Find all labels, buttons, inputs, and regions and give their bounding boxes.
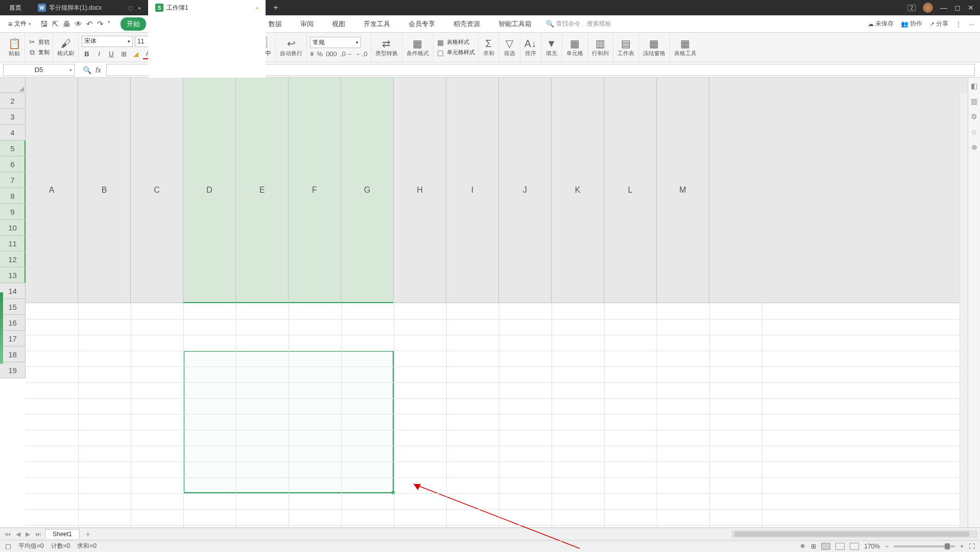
- output-icon[interactable]: ⇱: [52, 19, 59, 29]
- view-page-button[interactable]: [835, 543, 845, 550]
- border-button[interactable]: ⊞: [118, 49, 129, 59]
- eye-icon[interactable]: 👁: [800, 543, 806, 550]
- row-head-16[interactable]: 16: [0, 315, 25, 331]
- table-tools-button[interactable]: ▦表格工具: [670, 33, 701, 62]
- sheet-nav-last[interactable]: ⏭: [34, 531, 43, 538]
- close-icon[interactable]: ✕: [968, 4, 974, 12]
- format-painter-button[interactable]: 🖌格式刷: [53, 33, 79, 62]
- copy-button[interactable]: ⧉复制: [28, 48, 50, 57]
- qat-more-icon[interactable]: ▾: [108, 19, 110, 29]
- col-head-H[interactable]: H: [394, 78, 446, 303]
- maximize-icon[interactable]: ◻: [954, 4, 961, 12]
- row-head-10[interactable]: 10: [0, 220, 25, 236]
- row-head-4[interactable]: 4: [0, 125, 25, 141]
- underline-button[interactable]: U: [106, 49, 116, 59]
- command-search[interactable]: 🔍 查找命令、搜索模板: [546, 19, 611, 28]
- save-icon[interactable]: 🖫: [40, 19, 48, 29]
- ribbon-tab-smart[interactable]: 智能工具箱: [494, 17, 536, 31]
- col-head-J[interactable]: J: [499, 78, 552, 303]
- thousands-icon[interactable]: 000: [326, 50, 337, 58]
- zoom-in-button[interactable]: +: [960, 543, 964, 550]
- tab-document[interactable]: W 零分猫脚本(1).docx ▢●: [31, 0, 148, 15]
- undo-icon[interactable]: ↶: [86, 19, 93, 29]
- currency-icon[interactable]: ¥: [310, 50, 314, 58]
- cell-button[interactable]: ▦单元格: [562, 33, 588, 62]
- col-head-I[interactable]: I: [446, 78, 499, 303]
- type-convert-button[interactable]: ⇄类型转换: [371, 33, 402, 62]
- side-tool-1-icon[interactable]: ◧: [971, 82, 977, 90]
- preview-icon[interactable]: 👁: [75, 19, 82, 29]
- rowcol-button[interactable]: ▥行和列: [588, 33, 613, 62]
- sheet-nav-next[interactable]: ▶: [24, 531, 32, 538]
- collapse-ribbon-icon[interactable]: ︿: [969, 19, 975, 28]
- col-head-M[interactable]: M: [657, 78, 709, 303]
- font-name-combo[interactable]: 宋体▾: [82, 36, 133, 47]
- row-head-14[interactable]: 14: [0, 283, 25, 299]
- file-menu[interactable]: ≡ 文件 ▾: [5, 19, 34, 28]
- col-head-C[interactable]: C: [131, 78, 183, 303]
- sort-button[interactable]: A↓排序: [520, 33, 541, 62]
- ribbon-tab-resource[interactable]: 稻壳资源: [449, 17, 484, 31]
- row-head-12[interactable]: 12: [0, 251, 25, 267]
- row-head-15[interactable]: 15: [0, 299, 25, 315]
- table-style-button[interactable]: ▦表格样式: [437, 38, 475, 47]
- col-head-B[interactable]: B: [78, 78, 131, 303]
- row-head-19[interactable]: 19: [0, 362, 25, 378]
- minimize-icon[interactable]: —: [940, 4, 947, 12]
- worksheet-button[interactable]: ▤工作表: [613, 33, 639, 62]
- row-head-6[interactable]: 6: [0, 156, 25, 172]
- print-icon[interactable]: 🖶: [63, 19, 70, 29]
- ribbon-tab-view[interactable]: 视图: [328, 17, 349, 31]
- row-head-9[interactable]: 9: [0, 204, 25, 220]
- col-head-L[interactable]: L: [604, 78, 657, 303]
- fill-button[interactable]: ▼填充: [541, 33, 562, 62]
- view-break-button[interactable]: [850, 543, 859, 550]
- sheet-tab-1[interactable]: Sheet1: [45, 529, 80, 539]
- bold-button[interactable]: B: [82, 49, 92, 59]
- new-tab-button[interactable]: +: [266, 3, 286, 12]
- cell-style-button[interactable]: ▢单元格样式: [437, 49, 475, 57]
- share-button[interactable]: ↗分享: [929, 19, 948, 28]
- freeze-button[interactable]: ▦冻结窗格: [639, 33, 670, 62]
- dec-decimal-icon[interactable]: ←.0: [355, 50, 368, 58]
- percent-icon[interactable]: %: [317, 50, 323, 58]
- wrap-text-button[interactable]: ↩自动换行: [276, 33, 307, 62]
- col-head-G[interactable]: G: [341, 78, 394, 303]
- sum-button[interactable]: Σ求和: [479, 33, 499, 62]
- fx-icon[interactable]: fx: [95, 66, 101, 74]
- status-mode-icon[interactable]: ▢: [5, 542, 11, 550]
- side-tool-5-icon[interactable]: ⊕: [971, 143, 977, 151]
- ribbon-tab-dev[interactable]: 开发工具: [360, 17, 394, 31]
- italic-button[interactable]: I: [94, 49, 104, 59]
- row-head-3[interactable]: 3: [0, 109, 25, 125]
- side-tool-2-icon[interactable]: ▥: [971, 97, 977, 105]
- name-box[interactable]: D5▾: [3, 64, 75, 76]
- col-head-K[interactable]: K: [552, 78, 604, 303]
- cut-button[interactable]: ✂剪切: [28, 38, 50, 46]
- sheet-nav-prev[interactable]: ◀: [14, 531, 22, 538]
- row-head-13[interactable]: 13: [0, 267, 25, 283]
- vertical-scrollbar[interactable]: [960, 93, 968, 527]
- col-head-D[interactable]: D: [183, 78, 236, 303]
- row-head-17[interactable]: 17: [0, 331, 25, 347]
- zoom-label[interactable]: 170%: [864, 543, 880, 550]
- horizontal-scrollbar[interactable]: [732, 531, 977, 538]
- select-all-corner[interactable]: [0, 78, 26, 93]
- collab-button[interactable]: 👥协作: [901, 19, 922, 28]
- ribbon-tab-review[interactable]: 审阅: [296, 17, 318, 31]
- view-normal-button[interactable]: [821, 543, 830, 550]
- sheet-nav-first[interactable]: ⏮: [3, 531, 12, 538]
- tab-home[interactable]: 首页: [0, 0, 31, 15]
- more-icon[interactable]: ⋮: [955, 20, 962, 28]
- fullscreen-icon[interactable]: ⛶: [969, 543, 975, 550]
- cond-format-button[interactable]: ▦条件格式: [402, 33, 434, 62]
- ribbon-tab-data[interactable]: 数据: [265, 17, 286, 31]
- col-head-E[interactable]: E: [236, 78, 289, 303]
- side-tool-3-icon[interactable]: ⚙: [971, 112, 977, 121]
- inc-decimal-icon[interactable]: .0→: [340, 50, 352, 58]
- grid-icon[interactable]: ⊞: [811, 543, 816, 550]
- paste-button[interactable]: 📋粘贴: [4, 33, 25, 62]
- tab-doc-min-icon[interactable]: ▢: [128, 5, 133, 11]
- tab-doc-close-icon[interactable]: ●: [138, 5, 141, 11]
- row-head-7[interactable]: 7: [0, 172, 25, 188]
